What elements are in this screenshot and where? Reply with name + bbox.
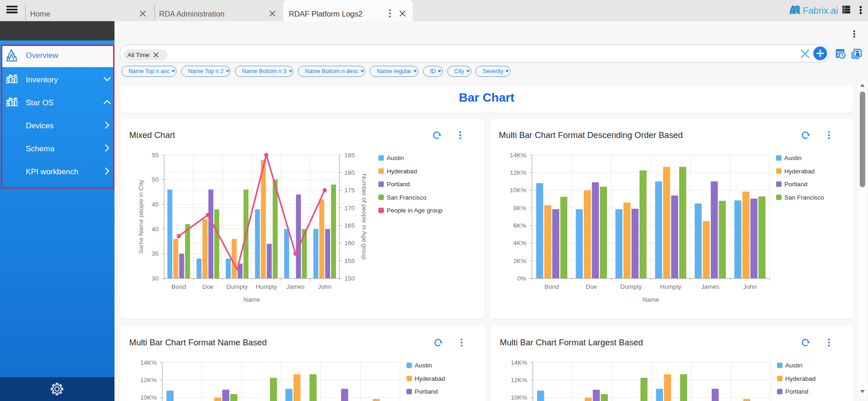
svg-text:Portland: Portland xyxy=(415,388,438,395)
svg-text:San Francisco: San Francisco xyxy=(784,194,824,201)
svg-text:50: 50 xyxy=(152,176,159,183)
svg-text:Austin: Austin xyxy=(415,362,432,369)
svg-text:14K%: 14K% xyxy=(511,359,527,366)
svg-text:Same Name people in City: Same Name people in City xyxy=(137,180,144,254)
svg-text:Hyderabad: Hyderabad xyxy=(387,168,417,175)
svg-text:Name: Name xyxy=(643,296,659,303)
svg-text:Bond: Bond xyxy=(544,283,559,290)
svg-text:Bond: Bond xyxy=(171,283,186,290)
svg-text:Doe: Doe xyxy=(202,283,214,290)
svg-text:180: 180 xyxy=(344,169,355,176)
svg-text:Humpty: Humpty xyxy=(256,283,277,290)
svg-text:55: 55 xyxy=(152,152,159,159)
svg-text:Fabrix.ai: Fabrix.ai xyxy=(803,6,838,16)
svg-text:30: 30 xyxy=(152,275,159,282)
svg-text:150: 150 xyxy=(344,275,355,282)
svg-text:35: 35 xyxy=(152,250,159,257)
svg-text:175: 175 xyxy=(344,187,355,194)
svg-text:40: 40 xyxy=(152,226,159,233)
svg-text:14K%: 14K% xyxy=(510,152,526,159)
svg-text:James: James xyxy=(286,283,305,290)
svg-text:Austin: Austin xyxy=(785,362,803,369)
svg-text:0%: 0% xyxy=(517,275,526,282)
svg-text:Multi Bar Chart Format Descend: Multi Bar Chart Format Descending Order … xyxy=(499,130,683,140)
svg-text:45: 45 xyxy=(152,201,159,208)
svg-text:Doe: Doe xyxy=(586,283,597,290)
svg-text:4K%: 4K% xyxy=(513,240,526,246)
svg-text:Multi Bar Chart Format Largest: Multi Bar Chart Format Largest Based xyxy=(500,338,643,347)
svg-text:10K%: 10K% xyxy=(511,394,527,401)
svg-text:185: 185 xyxy=(344,152,355,159)
svg-text:14K%: 14K% xyxy=(140,359,157,366)
svg-text:James: James xyxy=(701,283,720,290)
svg-text:John: John xyxy=(743,283,756,290)
svg-text:170: 170 xyxy=(344,205,355,212)
svg-text:Portland: Portland xyxy=(784,181,807,188)
svg-text:Name: Name xyxy=(243,296,260,303)
svg-text:2K%: 2K% xyxy=(513,258,526,264)
svg-text:10K%: 10K% xyxy=(510,187,526,194)
svg-text:People in Age group: People in Age group xyxy=(387,207,443,214)
svg-text:Dumpty: Dumpty xyxy=(227,283,248,290)
svg-text:Multi Bar Chart Format Name Ba: Multi Bar Chart Format Name Based xyxy=(129,338,267,347)
svg-text:Dumpty: Dumpty xyxy=(620,283,642,290)
svg-text:Mixed Chart: Mixed Chart xyxy=(129,130,175,140)
svg-text:Austin: Austin xyxy=(387,155,404,161)
svg-text:Humpty: Humpty xyxy=(660,283,681,290)
svg-text:San Francisco: San Francisco xyxy=(387,194,426,201)
svg-text:Austin: Austin xyxy=(784,155,802,161)
svg-text:160: 160 xyxy=(344,240,355,246)
svg-text:6K%: 6K% xyxy=(513,222,526,229)
svg-text:Number of people in Age group: Number of people in Age group xyxy=(361,174,368,260)
svg-text:12K%: 12K% xyxy=(511,377,527,384)
svg-text:Portland: Portland xyxy=(785,388,808,395)
svg-text:165: 165 xyxy=(344,222,355,229)
svg-text:Hyderabad: Hyderabad xyxy=(785,375,816,382)
svg-text:155: 155 xyxy=(344,258,355,264)
svg-text:John: John xyxy=(318,283,331,290)
svg-text:8K%: 8K% xyxy=(513,205,526,212)
svg-text:Portland: Portland xyxy=(387,181,410,188)
svg-text:12K%: 12K% xyxy=(140,377,157,384)
svg-text:Hyderabad: Hyderabad xyxy=(784,168,815,175)
svg-text:Hyderabad: Hyderabad xyxy=(415,375,445,382)
svg-text:12K%: 12K% xyxy=(510,169,526,176)
svg-text:10K%: 10K% xyxy=(140,394,157,401)
